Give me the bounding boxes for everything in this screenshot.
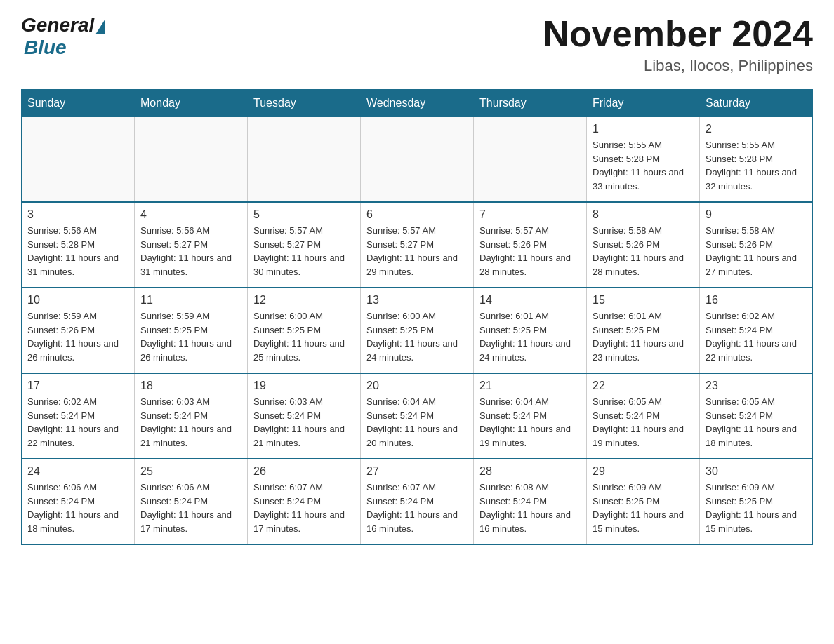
- day-info: Sunrise: 5:58 AMSunset: 5:26 PMDaylight:…: [706, 224, 807, 279]
- day-number: 19: [253, 380, 355, 392]
- calendar-cell: 7Sunrise: 5:57 AMSunset: 5:26 PMDaylight…: [474, 202, 587, 288]
- day-info: Sunrise: 6:09 AMSunset: 5:25 PMDaylight:…: [593, 481, 694, 535]
- calendar-cell: 12Sunrise: 6:00 AMSunset: 5:25 PMDayligh…: [248, 288, 361, 373]
- day-number: 10: [27, 294, 128, 307]
- calendar-cell: 24Sunrise: 6:06 AMSunset: 5:24 PMDayligh…: [22, 459, 135, 544]
- day-number: 22: [593, 380, 694, 392]
- calendar-cell: 19Sunrise: 6:03 AMSunset: 5:24 PMDayligh…: [248, 373, 361, 459]
- weekday-header-wednesday: Wednesday: [361, 90, 474, 117]
- calendar-cell: 6Sunrise: 5:57 AMSunset: 5:27 PMDaylight…: [361, 202, 474, 288]
- weekday-header-thursday: Thursday: [474, 90, 587, 117]
- calendar-cell: 16Sunrise: 6:02 AMSunset: 5:24 PMDayligh…: [700, 288, 813, 373]
- calendar-cell: 5Sunrise: 5:57 AMSunset: 5:27 PMDaylight…: [248, 202, 361, 288]
- day-info: Sunrise: 6:06 AMSunset: 5:24 PMDaylight:…: [27, 481, 128, 535]
- calendar-cell: 28Sunrise: 6:08 AMSunset: 5:24 PMDayligh…: [474, 459, 587, 544]
- calendar-cell: 30Sunrise: 6:09 AMSunset: 5:25 PMDayligh…: [700, 459, 813, 544]
- day-number: 28: [479, 465, 581, 478]
- day-info: Sunrise: 5:55 AMSunset: 5:28 PMDaylight:…: [706, 138, 807, 193]
- weekday-header-monday: Monday: [135, 90, 248, 117]
- calendar-cell: 9Sunrise: 5:58 AMSunset: 5:26 PMDaylight…: [700, 202, 813, 288]
- day-number: 20: [366, 380, 468, 392]
- logo-triangle-icon: [95, 19, 105, 34]
- calendar-cell: 13Sunrise: 6:00 AMSunset: 5:25 PMDayligh…: [361, 288, 474, 373]
- calendar-cell: 2Sunrise: 5:55 AMSunset: 5:28 PMDaylight…: [700, 117, 813, 203]
- calendar-title: November 2024: [543, 14, 813, 54]
- title-area: November 2024 Libas, Ilocos, Philippines: [543, 14, 813, 75]
- day-info: Sunrise: 6:05 AMSunset: 5:24 PMDaylight:…: [593, 395, 694, 450]
- calendar-cell: 23Sunrise: 6:05 AMSunset: 5:24 PMDayligh…: [700, 373, 813, 459]
- calendar-cell: 1Sunrise: 5:55 AMSunset: 5:28 PMDaylight…: [587, 117, 700, 203]
- calendar-cell: 21Sunrise: 6:04 AMSunset: 5:24 PMDayligh…: [474, 373, 587, 459]
- day-info: Sunrise: 6:07 AMSunset: 5:24 PMDaylight:…: [253, 481, 355, 535]
- day-number: 2: [706, 123, 807, 135]
- calendar-cell: 22Sunrise: 6:05 AMSunset: 5:24 PMDayligh…: [587, 373, 700, 459]
- day-info: Sunrise: 5:57 AMSunset: 5:27 PMDaylight:…: [253, 224, 355, 279]
- calendar-week-row: 17Sunrise: 6:02 AMSunset: 5:24 PMDayligh…: [22, 373, 813, 459]
- day-info: Sunrise: 5:59 AMSunset: 5:26 PMDaylight:…: [27, 309, 128, 364]
- calendar-cell: [361, 117, 474, 203]
- day-info: Sunrise: 6:01 AMSunset: 5:25 PMDaylight:…: [479, 309, 581, 364]
- page-header: General Blue November 2024 Libas, Ilocos…: [21, 14, 813, 75]
- logo: General Blue: [21, 14, 105, 59]
- calendar-week-row: 24Sunrise: 6:06 AMSunset: 5:24 PMDayligh…: [22, 459, 813, 544]
- day-info: Sunrise: 6:04 AMSunset: 5:24 PMDaylight:…: [479, 395, 581, 450]
- day-info: Sunrise: 6:02 AMSunset: 5:24 PMDaylight:…: [27, 395, 128, 450]
- calendar-cell: [135, 117, 248, 203]
- day-number: 5: [253, 208, 355, 221]
- day-number: 3: [27, 208, 128, 221]
- day-number: 27: [366, 465, 468, 478]
- calendar-week-row: 3Sunrise: 5:56 AMSunset: 5:28 PMDaylight…: [22, 202, 813, 288]
- day-info: Sunrise: 5:56 AMSunset: 5:28 PMDaylight:…: [27, 224, 128, 279]
- day-number: 24: [27, 465, 128, 478]
- day-info: Sunrise: 6:01 AMSunset: 5:25 PMDaylight:…: [593, 309, 694, 364]
- day-number: 9: [706, 208, 807, 221]
- day-number: 12: [253, 294, 355, 307]
- calendar-cell: 11Sunrise: 5:59 AMSunset: 5:25 PMDayligh…: [135, 288, 248, 373]
- day-number: 1: [593, 123, 694, 135]
- day-info: Sunrise: 6:03 AMSunset: 5:24 PMDaylight:…: [253, 395, 355, 450]
- day-number: 14: [479, 294, 581, 307]
- day-info: Sunrise: 6:00 AMSunset: 5:25 PMDaylight:…: [253, 309, 355, 364]
- weekday-header-row: SundayMondayTuesdayWednesdayThursdayFrid…: [22, 90, 813, 117]
- calendar-cell: 8Sunrise: 5:58 AMSunset: 5:26 PMDaylight…: [587, 202, 700, 288]
- calendar-subtitle: Libas, Ilocos, Philippines: [543, 57, 813, 75]
- day-number: 30: [706, 465, 807, 478]
- calendar-cell: [22, 117, 135, 203]
- day-info: Sunrise: 5:59 AMSunset: 5:25 PMDaylight:…: [140, 309, 241, 364]
- logo-general-text: General: [21, 14, 94, 36]
- calendar-cell: 3Sunrise: 5:56 AMSunset: 5:28 PMDaylight…: [22, 202, 135, 288]
- weekday-header-friday: Friday: [587, 90, 700, 117]
- day-info: Sunrise: 5:58 AMSunset: 5:26 PMDaylight:…: [593, 224, 694, 279]
- day-info: Sunrise: 6:09 AMSunset: 5:25 PMDaylight:…: [706, 481, 807, 535]
- calendar-cell: 17Sunrise: 6:02 AMSunset: 5:24 PMDayligh…: [22, 373, 135, 459]
- day-info: Sunrise: 6:08 AMSunset: 5:24 PMDaylight:…: [479, 481, 581, 535]
- calendar-cell: 26Sunrise: 6:07 AMSunset: 5:24 PMDayligh…: [248, 459, 361, 544]
- day-number: 15: [593, 294, 694, 307]
- calendar-cell: 10Sunrise: 5:59 AMSunset: 5:26 PMDayligh…: [22, 288, 135, 373]
- day-number: 17: [27, 380, 128, 392]
- calendar-week-row: 10Sunrise: 5:59 AMSunset: 5:26 PMDayligh…: [22, 288, 813, 373]
- calendar-cell: 15Sunrise: 6:01 AMSunset: 5:25 PMDayligh…: [587, 288, 700, 373]
- calendar-cell: 27Sunrise: 6:07 AMSunset: 5:24 PMDayligh…: [361, 459, 474, 544]
- calendar-cell: 20Sunrise: 6:04 AMSunset: 5:24 PMDayligh…: [361, 373, 474, 459]
- day-info: Sunrise: 5:57 AMSunset: 5:26 PMDaylight:…: [479, 224, 581, 279]
- day-number: 11: [140, 294, 241, 307]
- day-info: Sunrise: 6:03 AMSunset: 5:24 PMDaylight:…: [140, 395, 241, 450]
- calendar-cell: 29Sunrise: 6:09 AMSunset: 5:25 PMDayligh…: [587, 459, 700, 544]
- day-number: 29: [593, 465, 694, 478]
- day-info: Sunrise: 6:06 AMSunset: 5:24 PMDaylight:…: [140, 481, 241, 535]
- weekday-header-tuesday: Tuesday: [248, 90, 361, 117]
- day-number: 26: [253, 465, 355, 478]
- day-info: Sunrise: 5:57 AMSunset: 5:27 PMDaylight:…: [366, 224, 468, 279]
- day-number: 16: [706, 294, 807, 307]
- day-info: Sunrise: 6:00 AMSunset: 5:25 PMDaylight:…: [366, 309, 468, 364]
- calendar-week-row: 1Sunrise: 5:55 AMSunset: 5:28 PMDaylight…: [22, 117, 813, 203]
- day-info: Sunrise: 6:04 AMSunset: 5:24 PMDaylight:…: [366, 395, 468, 450]
- calendar-cell: 14Sunrise: 6:01 AMSunset: 5:25 PMDayligh…: [474, 288, 587, 373]
- day-number: 21: [479, 380, 581, 392]
- day-number: 6: [366, 208, 468, 221]
- day-number: 13: [366, 294, 468, 307]
- day-number: 4: [140, 208, 241, 221]
- day-number: 18: [140, 380, 241, 392]
- day-info: Sunrise: 5:56 AMSunset: 5:27 PMDaylight:…: [140, 224, 241, 279]
